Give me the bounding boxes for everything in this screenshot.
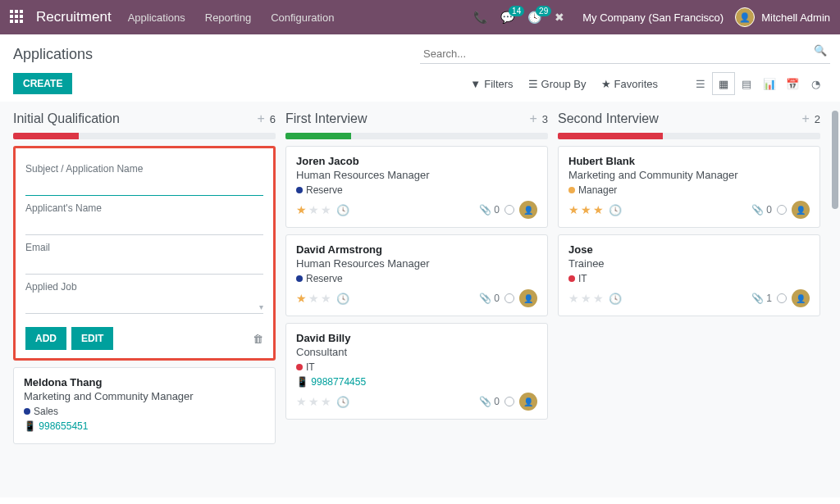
attachment-count[interactable]: 📎 0 [479, 293, 500, 304]
column-add-icon[interactable]: + [801, 111, 809, 126]
kanban-card[interactable]: Jose Trainee IT★★★🕓 📎 1 👤 [558, 234, 820, 316]
kanban-board: Initial Qualification + 6 Subject / Appl… [0, 102, 840, 497]
card-role: Consultant [296, 346, 537, 358]
star-icon[interactable]: ★ [296, 395, 307, 408]
card-tag: Manager [568, 184, 810, 196]
star-icon[interactable]: ★ [321, 292, 331, 305]
star-icon[interactable]: ★ [568, 203, 579, 216]
kanban-card[interactable]: David Armstrong Human Resources Manager … [285, 234, 548, 316]
card-role: Marketing and Community Manager [24, 390, 265, 402]
clock-icon[interactable]: 🕓 [609, 293, 622, 305]
column-count: 2 [815, 113, 820, 125]
view-grid-icon[interactable]: ▤ [735, 72, 758, 95]
applicant-input[interactable] [25, 216, 263, 235]
tools-icon[interactable]: ✖ [555, 11, 564, 24]
messages-icon[interactable]: 💬14 [500, 11, 514, 24]
card-tag: Reserve [296, 273, 537, 284]
star-icon[interactable]: ★ [568, 292, 579, 305]
clock-icon[interactable]: 🕓 [336, 396, 349, 408]
star-icon[interactable]: ★ [308, 292, 319, 305]
star-icon[interactable]: ★ [321, 203, 331, 216]
kanban-state-icon[interactable] [777, 293, 787, 303]
filters-button[interactable]: ▼ Filters [470, 78, 513, 90]
kanban-state-icon[interactable] [504, 397, 514, 406]
star-icon[interactable]: ★ [296, 292, 307, 305]
star-icon[interactable]: ★ [321, 395, 331, 408]
company-selector[interactable]: My Company (San Francisco) [582, 11, 724, 24]
clock-icon[interactable]: 🕓 [336, 293, 349, 305]
view-kanban-icon[interactable]: ▦ [712, 72, 735, 95]
column-progress [285, 133, 548, 139]
kanban-state-icon[interactable] [504, 293, 514, 303]
column-count: 6 [270, 113, 276, 125]
priority-stars[interactable]: ★★★ [568, 203, 604, 216]
column-add-icon[interactable]: + [257, 111, 264, 126]
kanban-card[interactable]: Hubert Blank Marketing and Community Man… [558, 146, 820, 228]
favorites-button[interactable]: ★ Favorites [601, 78, 658, 90]
subject-input[interactable] [25, 176, 263, 196]
star-icon[interactable]: ★ [581, 292, 591, 305]
kanban-state-icon[interactable] [777, 205, 787, 215]
scrollbar[interactable] [832, 111, 838, 496]
star-icon[interactable]: ★ [581, 203, 591, 216]
kanban-card[interactable]: Joren Jacob Human Resources Manager Rese… [285, 146, 548, 228]
card-role: Human Resources Manager [296, 257, 537, 270]
activities-icon[interactable]: 🕓29 [527, 11, 541, 24]
priority-stars[interactable]: ★★★ [296, 203, 331, 216]
view-activity-icon[interactable]: ◔ [804, 72, 827, 95]
view-graph-icon[interactable]: 📊 [758, 72, 781, 95]
phone-icon[interactable]: 📞 [473, 11, 487, 24]
column-add-icon[interactable]: + [529, 111, 536, 126]
groupby-button[interactable]: ☰ Group By [528, 78, 587, 90]
priority-stars[interactable]: ★★★ [568, 292, 604, 305]
brand[interactable]: Recruitment [36, 9, 112, 25]
assignee-avatar[interactable]: 👤 [792, 201, 810, 219]
attachment-count[interactable]: 📎 0 [479, 204, 500, 216]
star-icon[interactable]: ★ [308, 203, 319, 216]
job-select[interactable] [25, 294, 263, 314]
star-icon[interactable]: ★ [593, 292, 604, 305]
star-icon[interactable]: ★ [593, 203, 604, 216]
applicant-label: Applicant's Name [25, 202, 263, 214]
assignee-avatar[interactable]: 👤 [519, 393, 537, 411]
assignee-avatar[interactable]: 👤 [792, 289, 810, 307]
trash-icon[interactable]: 🗑 [253, 333, 263, 345]
email-input[interactable] [25, 255, 263, 275]
kanban-column: Initial Qualification + 6 Subject / Appl… [13, 108, 276, 491]
view-list-icon[interactable]: ☰ [689, 72, 712, 95]
card-name: Meldona Thang [24, 376, 265, 388]
assignee-avatar[interactable]: 👤 [519, 201, 537, 219]
apps-icon[interactable] [10, 10, 25, 25]
priority-stars[interactable]: ★★★ [296, 395, 331, 408]
star-icon[interactable]: ★ [308, 395, 319, 408]
search-input[interactable] [420, 44, 830, 64]
create-button[interactable]: CREATE [13, 73, 72, 94]
kanban-card[interactable]: David Billy Consultant IT📱 9988774455★★★… [285, 323, 548, 420]
kanban-state-icon[interactable] [504, 205, 514, 215]
attachment-count[interactable]: 📎 0 [751, 204, 772, 216]
column-progress [558, 133, 820, 139]
card-phone[interactable]: 📱 998655451 [24, 420, 265, 432]
nav-configuration[interactable]: Configuration [271, 11, 334, 24]
add-button[interactable]: ADD [25, 327, 66, 350]
edit-button[interactable]: EDIT [71, 327, 113, 350]
clock-icon[interactable]: 🕓 [336, 204, 349, 216]
view-calendar-icon[interactable]: 📅 [781, 72, 804, 95]
clock-icon[interactable]: 🕓 [609, 204, 622, 216]
assignee-avatar[interactable]: 👤 [519, 289, 537, 307]
job-label: Applied Job [25, 281, 263, 293]
attachment-count[interactable]: 📎 0 [479, 396, 500, 407]
kanban-card[interactable]: Meldona Thang Marketing and Community Ma… [13, 367, 276, 444]
email-label: Email [25, 242, 263, 253]
card-role: Human Resources Manager [296, 169, 537, 181]
star-icon[interactable]: ★ [296, 203, 307, 216]
nav-applications[interactable]: Applications [128, 11, 185, 24]
top-nav: Recruitment Applications Reporting Confi… [0, 0, 840, 34]
priority-stars[interactable]: ★★★ [296, 292, 331, 305]
card-tag: IT [296, 361, 537, 373]
search-icon[interactable]: 🔍 [814, 44, 827, 64]
card-phone[interactable]: 📱 9988774455 [296, 376, 537, 388]
attachment-count[interactable]: 📎 1 [751, 293, 772, 304]
user-menu[interactable]: 👤 Mitchell Admin [735, 7, 830, 27]
nav-reporting[interactable]: Reporting [205, 11, 251, 24]
